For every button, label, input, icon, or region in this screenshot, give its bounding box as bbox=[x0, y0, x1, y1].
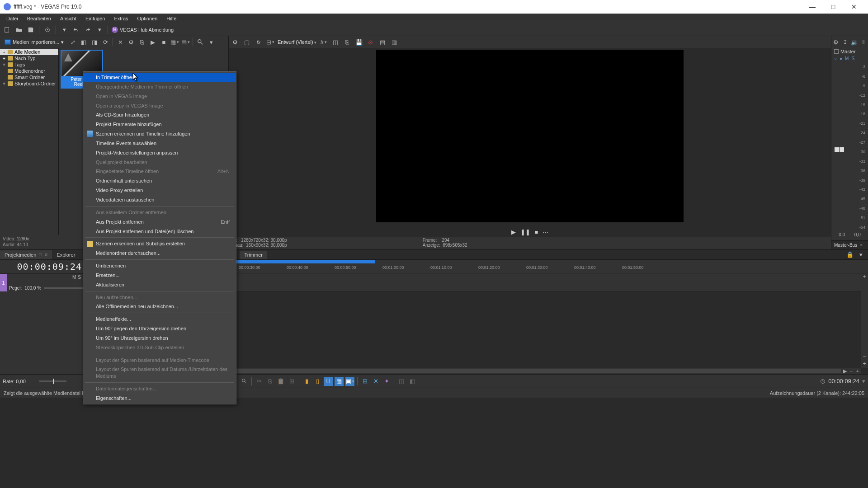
context-menu-item[interactable]: Szenen erkennen und Timeline hinzufügen bbox=[83, 129, 236, 139]
quantize-icon[interactable]: ▦ bbox=[335, 377, 344, 386]
media-tool-icon[interactable]: ⤢ bbox=[68, 38, 77, 47]
zoom-in-icon[interactable]: + bbox=[861, 273, 868, 281]
tool-icon[interactable]: ✂ bbox=[255, 377, 264, 386]
close-icon[interactable]: × bbox=[860, 243, 863, 248]
tab-projektmedien[interactable]: Projektmedien □ × bbox=[0, 250, 52, 259]
close-button[interactable]: ✕ bbox=[844, 0, 864, 14]
tab-explorer[interactable]: Explorer bbox=[52, 251, 80, 259]
tool-icon[interactable]: ⎘ bbox=[265, 377, 274, 386]
preview-save-icon[interactable]: 💾 bbox=[354, 38, 363, 47]
scroll-right-icon[interactable]: ▶ bbox=[842, 368, 848, 374]
context-menu[interactable]: In Trimmer öffnenÜbergeordnete Medien im… bbox=[83, 71, 236, 404]
zoom-out-icon[interactable]: − bbox=[848, 368, 854, 374]
import-media-button[interactable]: Medien importieren... ▾ bbox=[2, 38, 66, 46]
open-icon[interactable] bbox=[14, 25, 24, 34]
preview-stop-button[interactable]: ■ bbox=[535, 229, 538, 235]
tree-item-tags[interactable]: +Tags bbox=[0, 61, 58, 68]
context-menu-item[interactable]: Ordnerinhalt untersuchen bbox=[83, 176, 236, 186]
preview-canvas[interactable] bbox=[376, 50, 684, 222]
tool-icon[interactable]: ⊞ bbox=[287, 377, 296, 386]
media-tool-icon[interactable]: ⟳ bbox=[101, 38, 110, 47]
minimize-button[interactable]: — bbox=[802, 0, 823, 14]
timeline-v-scrollbar[interactable]: + − + bbox=[861, 273, 868, 368]
transport-timecode[interactable]: 00:00:09:24 bbox=[828, 378, 859, 385]
menu-hilfe[interactable]: Hilfe bbox=[162, 14, 181, 23]
hub-link[interactable]: HVEGAS Hub Abmeldung bbox=[112, 27, 174, 33]
preview-fx-icon[interactable]: fx bbox=[254, 38, 263, 47]
new-project-icon[interactable] bbox=[3, 25, 12, 34]
context-menu-item[interactable]: Als CD-Spur hinzufügen bbox=[83, 110, 236, 120]
master-mute[interactable]: M bbox=[845, 56, 849, 61]
context-menu-item[interactable]: Aus Projekt entfernen und Datei(en) lösc… bbox=[83, 227, 236, 236]
context-menu-item[interactable]: Szenen erkennen und Subclips erstellen bbox=[83, 239, 236, 249]
zoom-in-icon[interactable]: + bbox=[861, 361, 868, 368]
menu-extras[interactable]: Extras bbox=[109, 14, 132, 23]
pegel-slider[interactable] bbox=[44, 287, 87, 289]
media-tool-icon[interactable]: ◧ bbox=[79, 38, 88, 47]
context-menu-item[interactable]: Medienordner durchsuchen... bbox=[83, 249, 236, 258]
preview-overlay-icon[interactable]: ◫ bbox=[331, 38, 340, 47]
context-menu-item[interactable]: Projekt-Framerate hinzufügen bbox=[83, 120, 236, 129]
context-menu-item[interactable]: Ersetzen... bbox=[83, 271, 236, 280]
close-icon[interactable]: ✕ bbox=[116, 38, 125, 47]
preview-no-icon[interactable]: ⊘ bbox=[366, 38, 375, 47]
marker-add-icon[interactable]: ▮ bbox=[302, 377, 311, 386]
close-icon[interactable]: × bbox=[44, 252, 47, 258]
zoom-in-icon[interactable]: + bbox=[854, 368, 861, 374]
search-dropdown-icon[interactable]: ▾ bbox=[207, 38, 216, 47]
context-menu-item[interactable]: Umbenennen bbox=[83, 261, 236, 271]
preview-tool-icon[interactable]: ▥ bbox=[390, 38, 399, 47]
preview-settings-icon[interactable]: ⚙ bbox=[231, 38, 240, 47]
search-icon[interactable] bbox=[196, 38, 205, 47]
track-header[interactable]: 1 M S ⋯ Pegel: 100,0 % bbox=[0, 273, 89, 291]
context-menu-item[interactable]: Alle Offlinemedien neu aufzeichnen... bbox=[83, 302, 236, 311]
dock-menu-icon[interactable]: ▾ bbox=[856, 250, 865, 259]
media-tool-icon[interactable]: ◨ bbox=[90, 38, 99, 47]
menu-ansicht[interactable]: Ansicht bbox=[56, 14, 81, 23]
menu-bearbeiten[interactable]: Bearbeiten bbox=[23, 14, 56, 23]
redo-icon[interactable] bbox=[83, 25, 92, 34]
context-menu-item[interactable]: In Trimmer öffnen bbox=[83, 73, 236, 82]
track-solo[interactable]: S bbox=[78, 275, 81, 280]
preview-split-icon[interactable]: ⊟ bbox=[266, 38, 275, 47]
zoom-tool[interactable] bbox=[240, 377, 249, 386]
preview-grid-icon[interactable]: # bbox=[319, 38, 328, 47]
track-number[interactable]: 1 bbox=[0, 274, 7, 291]
play-icon[interactable]: ▶ bbox=[148, 38, 157, 47]
master-sliders-icon[interactable]: ⫴ bbox=[859, 38, 868, 47]
context-menu-item[interactable]: Videodateien austauschen bbox=[83, 195, 236, 205]
tree-item-smart-bins[interactable]: Smart-Ordner bbox=[0, 74, 58, 80]
tree-item-all-media[interactable]: -Alle Medien bbox=[0, 49, 58, 55]
tree-expander[interactable]: + bbox=[2, 81, 6, 86]
context-menu-item[interactable]: Aus Projekt entfernenEntf bbox=[83, 217, 236, 227]
save-icon[interactable] bbox=[26, 25, 35, 34]
tab-trimmer[interactable]: Trimmer bbox=[240, 251, 267, 259]
tree-expander[interactable]: - bbox=[2, 49, 6, 55]
track-mute[interactable]: M bbox=[72, 275, 76, 280]
preview-tool-icon[interactable]: ▤ bbox=[378, 38, 387, 47]
master-settings-icon[interactable]: ⚙ bbox=[831, 38, 840, 47]
snap-icon[interactable]: U bbox=[324, 377, 333, 386]
master-tab[interactable]: Master-Bus × bbox=[831, 240, 868, 249]
sort-icon[interactable]: ▤ bbox=[181, 38, 190, 47]
context-menu-item[interactable]: Timeline-Events auswählen bbox=[83, 139, 236, 148]
redo-dropdown-icon[interactable]: ▾ bbox=[95, 25, 104, 34]
maximize-button[interactable]: □ bbox=[823, 0, 844, 14]
menu-datei[interactable]: Datei bbox=[2, 14, 23, 23]
preview-play-button[interactable]: ▶ bbox=[511, 229, 516, 235]
undo-dropdown-icon[interactable]: ▾ bbox=[60, 25, 69, 34]
meter-fader[interactable] bbox=[834, 147, 844, 152]
tree-item-by-type[interactable]: +Nach Typ bbox=[0, 55, 58, 61]
preview-pause-button[interactable]: ❚❚ bbox=[520, 229, 530, 235]
master-down-icon[interactable]: ↧ bbox=[840, 38, 849, 47]
settings-icon[interactable]: ⚙ bbox=[127, 38, 136, 47]
timecode-lock-icon[interactable]: ▾ bbox=[862, 378, 865, 385]
preview-copy-icon[interactable]: ⎘ bbox=[343, 38, 352, 47]
tool-icon[interactable]: ✦ bbox=[382, 377, 391, 386]
context-menu-item[interactable]: Projekt-Videoeinstellungen anpassen bbox=[83, 148, 236, 158]
menu-einfuegen[interactable]: Einfügen bbox=[81, 14, 109, 23]
pin-icon[interactable]: □ bbox=[39, 252, 42, 257]
tree-expander[interactable]: + bbox=[2, 56, 6, 61]
tool-icon[interactable]: ◫ bbox=[397, 377, 406, 386]
context-menu-item[interactable]: Um 90° gegen den Uhrzeigersinn drehen bbox=[83, 324, 236, 333]
